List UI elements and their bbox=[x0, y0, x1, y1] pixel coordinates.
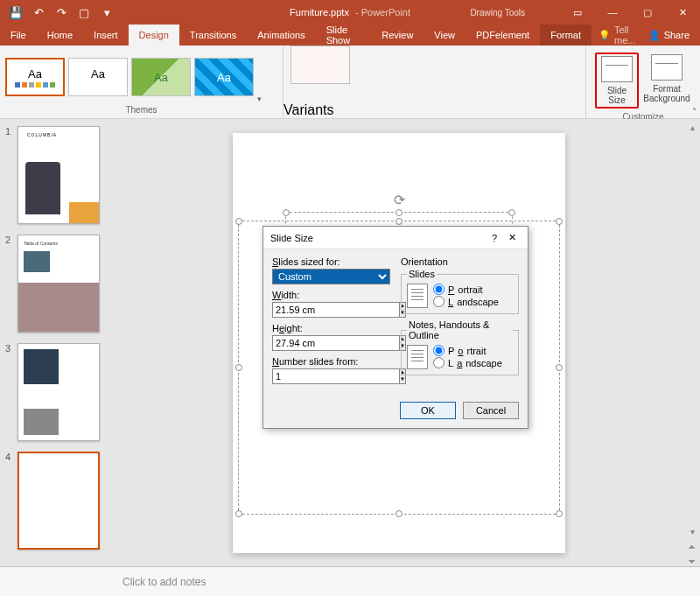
page-portrait-icon bbox=[407, 284, 428, 308]
number-from-input[interactable] bbox=[272, 368, 399, 384]
theme-thumb-1[interactable]: Aa bbox=[5, 58, 65, 96]
scroll-up-icon[interactable]: ▴ bbox=[690, 123, 695, 132]
slide-size-button[interactable]: Slide Size bbox=[595, 53, 639, 109]
width-spinner[interactable]: ▲▼ bbox=[272, 302, 321, 318]
lightbulb-icon: 💡 bbox=[598, 30, 611, 41]
next-slide-icon[interactable]: ⏷ bbox=[688, 557, 696, 566]
title-bar: 💾 ↶ ↷ ▢ ▾ Furniture.pptx - PowerPoint Dr… bbox=[0, 0, 700, 25]
resize-handle[interactable] bbox=[556, 218, 563, 225]
redo-icon[interactable]: ↷ bbox=[54, 5, 68, 19]
resize-handle[interactable] bbox=[508, 209, 515, 216]
slide-number-4: 4 bbox=[5, 452, 18, 550]
tab-format[interactable]: Format bbox=[540, 25, 592, 46]
slide-thumb-2[interactable]: Table of Contents bbox=[18, 235, 100, 333]
maximize-icon[interactable]: ▢ bbox=[630, 0, 665, 25]
dialog-close-icon[interactable]: ✕ bbox=[503, 232, 521, 243]
ribbon-options-icon[interactable]: ▭ bbox=[560, 0, 595, 25]
close-icon[interactable]: ✕ bbox=[665, 0, 700, 25]
format-background-label: Format Background bbox=[643, 84, 690, 103]
slides-orientation-fieldset: Slides PPortraitortrait Landscape bbox=[401, 269, 519, 314]
prev-slide-icon[interactable]: ⏶ bbox=[688, 542, 696, 551]
quick-access-toolbar: 💾 ↶ ↷ ▢ ▾ bbox=[0, 5, 114, 19]
page-portrait-icon bbox=[407, 345, 428, 369]
variant-thumb-1[interactable] bbox=[290, 46, 350, 84]
slide-number-3: 3 bbox=[5, 343, 18, 441]
themes-group: Aa Aa Aa Aa ▾ Themes bbox=[0, 46, 284, 118]
vertical-scrollbar[interactable]: ▴ ▾ ⏶ ⏷ bbox=[684, 119, 700, 566]
minimize-icon[interactable]: — bbox=[595, 0, 630, 25]
rotate-handle-icon[interactable]: ⟳ bbox=[394, 192, 405, 208]
width-input[interactable] bbox=[272, 302, 399, 318]
notes-pane[interactable]: Click to add notes bbox=[0, 566, 700, 596]
scroll-down-icon[interactable]: ▾ bbox=[690, 527, 695, 536]
slide-thumb-1-wrap[interactable]: 1 COLUMBIA bbox=[5, 126, 108, 224]
tab-insert[interactable]: Insert bbox=[83, 25, 129, 46]
window-title: Furniture.pptx - PowerPoint bbox=[290, 7, 410, 18]
format-background-button[interactable]: Format Background bbox=[642, 53, 691, 109]
undo-icon[interactable]: ↶ bbox=[32, 5, 46, 19]
number-from-spinner[interactable]: ▲▼ bbox=[272, 368, 314, 384]
slides-landscape-radio[interactable]: Landscape bbox=[433, 296, 499, 307]
notes-portrait-radio[interactable]: Portrait bbox=[433, 345, 502, 356]
slide-size-dialog: Slide Size ? ✕ SSlides sized for:lides s… bbox=[262, 226, 528, 429]
tab-slideshow[interactable]: Slide Show bbox=[316, 25, 372, 46]
slide-thumbnails-panel: 1 COLUMBIA 2 Table of Contents 3 4 bbox=[0, 119, 114, 566]
resize-handle[interactable] bbox=[396, 218, 402, 225]
slides-portrait-radio[interactable]: PPortraitortrait bbox=[433, 284, 499, 295]
share-label: Share bbox=[664, 30, 690, 40]
notes-legend: Notes, Handouts & Outline bbox=[407, 319, 513, 340]
dialog-title: Slide Size bbox=[270, 233, 486, 243]
height-input[interactable] bbox=[272, 335, 399, 351]
slide-thumb-4-wrap[interactable]: 4 bbox=[5, 452, 108, 550]
resize-handle[interactable] bbox=[396, 510, 402, 517]
tab-file[interactable]: File bbox=[0, 25, 37, 46]
slide-thumb-1[interactable]: COLUMBIA bbox=[18, 126, 100, 224]
height-spinner[interactable]: ▲▼ bbox=[272, 335, 321, 351]
theme-thumb-4[interactable]: Aa bbox=[194, 58, 254, 96]
ribbon: Aa Aa Aa Aa ▾ Themes Variants Slide Size… bbox=[0, 46, 700, 119]
tab-view[interactable]: View bbox=[424, 25, 466, 46]
slides-sized-for-label: SSlides sized for:lides sized for: bbox=[272, 256, 390, 267]
resize-handle[interactable] bbox=[556, 364, 563, 371]
variants-group-label: Variants bbox=[284, 102, 585, 118]
window-controls: ▭ — ▢ ✕ bbox=[560, 0, 700, 25]
ribbon-tabs: File Home Insert Design Transitions Anim… bbox=[0, 25, 700, 46]
tab-review[interactable]: Review bbox=[371, 25, 424, 46]
resize-handle[interactable] bbox=[235, 218, 242, 225]
tab-design[interactable]: Design bbox=[129, 25, 179, 46]
slide-thumb-3-wrap[interactable]: 3 bbox=[5, 343, 108, 441]
slide-size-icon bbox=[601, 56, 633, 82]
tab-transitions[interactable]: Transitions bbox=[179, 25, 247, 46]
tell-me-search[interactable]: 💡 Tell me... bbox=[598, 25, 638, 46]
resize-handle[interactable] bbox=[556, 510, 563, 517]
slide-thumb-2-wrap[interactable]: 2 Table of Contents bbox=[5, 235, 108, 333]
resize-handle[interactable] bbox=[396, 209, 402, 216]
theme-thumb-3[interactable]: Aa bbox=[131, 58, 191, 96]
tab-pdfelement[interactable]: PDFelement bbox=[466, 25, 540, 46]
notes-landscape-radio[interactable]: Landscape bbox=[433, 357, 502, 368]
theme-thumb-2[interactable]: Aa bbox=[68, 58, 128, 96]
start-from-beginning-icon[interactable]: ▢ bbox=[77, 5, 91, 19]
customize-group: Slide Size Format Background Customize bbox=[586, 46, 700, 118]
slide-thumb-4[interactable] bbox=[18, 452, 100, 550]
collapse-ribbon-icon[interactable]: ˄ bbox=[692, 107, 696, 116]
slide-number-2: 2 bbox=[5, 235, 18, 333]
resize-handle[interactable] bbox=[235, 364, 242, 371]
slide-thumb-3[interactable] bbox=[18, 343, 100, 441]
notes-orientation-fieldset: Notes, Handouts & Outline Portrait Lands… bbox=[401, 319, 519, 375]
share-button[interactable]: 👤 Share bbox=[638, 25, 700, 46]
dialog-help-icon[interactable]: ? bbox=[486, 233, 503, 243]
resize-handle[interactable] bbox=[235, 510, 242, 517]
ok-button[interactable]: OK bbox=[400, 402, 456, 419]
tab-animations[interactable]: Animations bbox=[247, 25, 315, 46]
save-icon[interactable]: 💾 bbox=[9, 5, 23, 19]
app-name: - PowerPoint bbox=[355, 7, 410, 18]
cancel-button[interactable]: Cancel bbox=[463, 402, 519, 419]
tab-home[interactable]: Home bbox=[37, 25, 83, 46]
variants-group: Variants bbox=[284, 46, 586, 118]
share-icon: 👤 bbox=[648, 30, 661, 41]
themes-more-icon[interactable]: ▾ bbox=[257, 95, 262, 103]
qat-more-icon[interactable]: ▾ bbox=[100, 5, 114, 19]
resize-handle[interactable] bbox=[283, 209, 290, 216]
slides-sized-for-select[interactable]: Custom bbox=[272, 269, 390, 284]
